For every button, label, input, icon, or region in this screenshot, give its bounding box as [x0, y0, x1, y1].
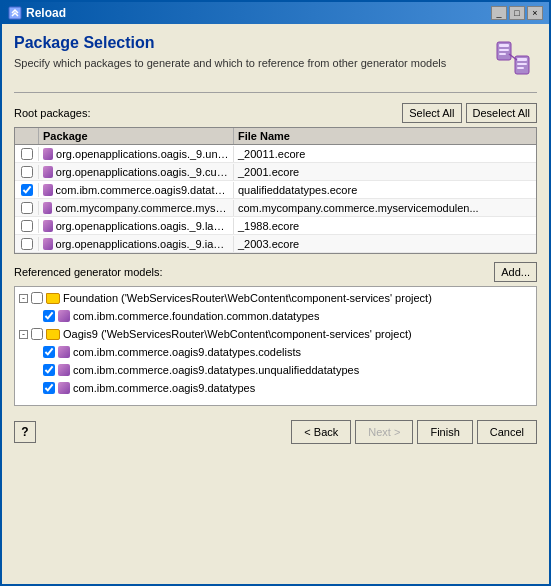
help-button[interactable]: ? — [14, 421, 36, 443]
check-column-header — [15, 128, 39, 144]
tree-child-checkbox[interactable] — [43, 364, 55, 376]
tree-child-row: com.ibm.commerce.oagis9.datatypes.codeli… — [17, 343, 534, 361]
close-button[interactable]: × — [527, 6, 543, 20]
header-section: Package Selection Specify which packages… — [14, 34, 537, 82]
select-all-button[interactable]: Select All — [402, 103, 461, 123]
child-package-icon — [58, 364, 70, 376]
filename-cell: _20011.ecore — [234, 146, 536, 162]
svg-rect-4 — [499, 53, 506, 55]
child-package-icon — [58, 310, 70, 322]
add-button[interactable]: Add... — [494, 262, 537, 282]
package-cell: org.openapplications.oagis._9.ianamime.m… — [39, 236, 234, 252]
svg-rect-7 — [517, 63, 527, 65]
table-row: org.openapplications.oagis._9.unitcode. … — [15, 145, 536, 163]
svg-rect-8 — [517, 67, 524, 69]
cancel-button[interactable]: Cancel — [477, 420, 537, 444]
back-button[interactable]: < Back — [291, 420, 351, 444]
package-name: com.mycompany.commerce.myservicemod... — [55, 202, 229, 214]
row-checkbox[interactable] — [21, 220, 33, 232]
package-name: org.openapplications.oagis._9.languageco… — [56, 220, 229, 232]
window-icon — [8, 6, 22, 20]
row-checkbox-cell[interactable] — [15, 165, 39, 179]
tree-node-label: Oagis9 ('WebServicesRouter\WebContent\co… — [63, 328, 412, 340]
tree-child-checkbox[interactable] — [43, 382, 55, 394]
row-checkbox-cell[interactable] — [15, 219, 39, 233]
root-packages-section: Root packages: Select All Deselect All P… — [14, 103, 537, 254]
minimize-button[interactable]: _ — [491, 6, 507, 20]
tree-child-checkbox[interactable] — [43, 346, 55, 358]
table-body: org.openapplications.oagis._9.unitcode. … — [15, 145, 536, 253]
package-column-header: Package — [39, 128, 234, 144]
folder-icon — [46, 329, 60, 340]
child-package-icon — [58, 346, 70, 358]
package-cell: org.openapplications.oagis._9.languageco… — [39, 218, 234, 234]
package-name: org.openapplications.oagis._9.unitcode. … — [56, 148, 229, 160]
footer-right-buttons: < Back Next > Finish Cancel — [291, 420, 537, 444]
collapse-icon[interactable]: - — [19, 330, 28, 339]
row-checkbox[interactable] — [21, 166, 33, 178]
row-checkbox[interactable] — [21, 148, 33, 160]
tree-child-row: com.ibm.commerce.foundation.common.datat… — [17, 307, 534, 325]
tree-parent-row: - Oagis9 ('WebServicesRouter\WebContent\… — [17, 325, 534, 343]
package-icon — [43, 220, 53, 232]
page-title: Package Selection — [14, 34, 481, 52]
footer-buttons: ? < Back Next > Finish Cancel — [14, 414, 537, 446]
header-divider — [14, 92, 537, 93]
referenced-label: Referenced generator models: — [14, 266, 163, 278]
filename-cell: com.mycompany.commerce.myservicemodulen.… — [234, 200, 536, 216]
row-checkbox[interactable] — [21, 202, 33, 214]
row-checkbox[interactable] — [21, 184, 33, 196]
tree-child-label: com.ibm.commerce.foundation.common.datat… — [73, 310, 319, 322]
root-packages-label-row: Root packages: Select All Deselect All — [14, 103, 537, 123]
row-checkbox-cell[interactable] — [15, 147, 39, 161]
tree-checkbox[interactable] — [31, 292, 43, 304]
tree-child-label: com.ibm.commerce.oagis9.datatypes — [73, 382, 255, 394]
tree-node-label: Foundation ('WebServicesRouter\WebConten… — [63, 292, 432, 304]
filename-cell: _2003.ecore — [234, 236, 536, 252]
next-button[interactable]: Next > — [355, 420, 413, 444]
tree-child-row: com.ibm.commerce.oagis9.datatypes.unqual… — [17, 361, 534, 379]
filename-cell: _2001.ecore — [234, 164, 536, 180]
package-icon — [43, 148, 53, 160]
header-text: Package Selection Specify which packages… — [14, 34, 481, 71]
child-package-icon — [58, 382, 70, 394]
deselect-all-button[interactable]: Deselect All — [466, 103, 537, 123]
finish-button[interactable]: Finish — [417, 420, 472, 444]
tree-checkbox[interactable] — [31, 328, 43, 340]
title-bar-left: Reload — [8, 6, 66, 20]
package-icon — [43, 238, 53, 250]
main-window: Reload _ □ × Package Selection Specify w… — [0, 0, 551, 586]
filename-column-header: File Name — [234, 128, 536, 144]
root-packages-label: Root packages: — [14, 107, 90, 119]
wizard-icon — [489, 34, 537, 82]
content-area: Package Selection Specify which packages… — [2, 24, 549, 584]
window-title: Reload — [26, 6, 66, 20]
folder-icon — [46, 293, 60, 304]
maximize-button[interactable]: □ — [509, 6, 525, 20]
header-icon — [489, 34, 537, 82]
collapse-icon[interactable]: - — [19, 294, 28, 303]
tree-child-checkbox[interactable] — [43, 310, 55, 322]
package-cell: com.ibm.commerce.oagis9.datatypes.quali.… — [39, 182, 234, 198]
row-checkbox[interactable] — [21, 238, 33, 250]
tree-child-label: com.ibm.commerce.oagis9.datatypes.unqual… — [73, 364, 359, 376]
row-checkbox-cell[interactable] — [15, 201, 39, 215]
tree-parent-row: - Foundation ('WebServicesRouter\WebCont… — [17, 289, 534, 307]
package-cell: com.mycompany.commerce.myservicemod... — [39, 200, 234, 216]
tree-child-label: com.ibm.commerce.oagis9.datatypes.codeli… — [73, 346, 301, 358]
root-packages-buttons: Select All Deselect All — [402, 103, 537, 123]
tree-child-row: com.ibm.commerce.oagis9.datatypes — [17, 379, 534, 397]
package-name: org.openapplications.oagis._9.ianamime.m… — [56, 238, 229, 250]
referenced-tree: - Foundation ('WebServicesRouter\WebCont… — [14, 286, 537, 406]
package-icon — [43, 166, 53, 178]
svg-rect-3 — [499, 49, 509, 51]
svg-rect-6 — [517, 58, 527, 61]
row-checkbox-cell[interactable] — [15, 183, 39, 197]
header-description: Specify which packages to generate and w… — [14, 56, 481, 71]
package-icon — [43, 184, 53, 196]
table-row: com.mycompany.commerce.myservicemod... c… — [15, 199, 536, 217]
table-header: Package File Name — [15, 128, 536, 145]
package-cell: org.openapplications.oagis._9.currencyco… — [39, 164, 234, 180]
filename-cell: _1988.ecore — [234, 218, 536, 234]
row-checkbox-cell[interactable] — [15, 237, 39, 251]
